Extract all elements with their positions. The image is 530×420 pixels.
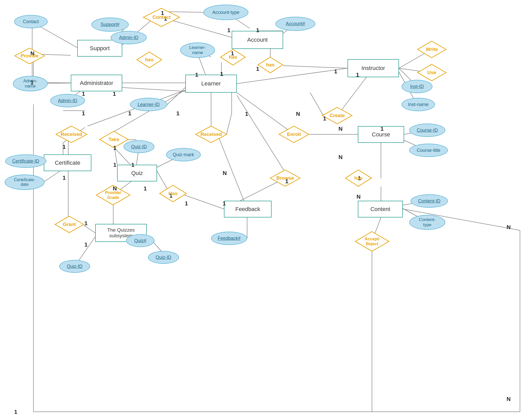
card-2: 1 [227,27,230,34]
card-5: 1 [256,66,259,72]
card-3: 1 [256,27,259,34]
attr-contact-topleft: Contact [14,15,48,28]
rel-received1: Received [55,126,88,143]
card-6: 1 [220,71,223,77]
svg-line-56 [310,93,323,115]
er-diagram: Account Support Administrator Learner In… [0,0,530,420]
svg-line-12 [283,66,347,68]
attr-feedback-num: Feedback# [211,232,247,245]
card-23: 1 [185,200,188,207]
card-25: 1 [63,144,66,150]
svg-line-24 [237,68,347,84]
attr-certificate-id: Certificate-ID [5,154,46,168]
attr-admin-id-1: Admin-ID [111,31,147,44]
card-n9: N [507,224,511,231]
entity-quiz: Quiz [117,165,157,181]
entity-learner: Learner [185,75,237,93]
card-n7: N [223,170,227,177]
card-17: 1 [380,126,384,132]
card-9: 1 [30,79,33,86]
rel-grant: Grant [55,216,84,233]
card-7: 1 [195,72,198,78]
attr-quiz-id-2: Quiz-ID [148,251,179,264]
rel-has-feedback: Has [159,185,187,202]
card-n4: N [338,154,343,161]
card-18: 1 [113,145,116,151]
attr-certificate-date: Certeficate- date [5,174,45,190]
entity-feedback: Feedback [224,201,272,217]
card-30: 1 [356,72,359,78]
card-20: 1 [131,162,134,168]
attr-inst-id: Inst-ID [402,80,432,93]
rel-enroll: Enroll [279,126,309,143]
rel-use: Use [417,64,447,81]
svg-line-13 [199,57,206,76]
card-10: 1 [82,91,85,97]
rel-has2: has [257,57,283,73]
card-13: 1 [128,110,131,117]
card-32: 1 [323,115,326,122]
attr-learner-name: Learner- name [180,42,215,58]
card-n2: N [296,111,300,117]
entity-certificate: Certificate [44,154,91,171]
card-n5: N [357,194,361,200]
card-29: 1 [334,68,337,75]
card-n8: N [507,396,511,402]
card-26: 1 [63,174,66,181]
attr-support-num: Support# [91,18,129,32]
entity-instructor: Instructor [347,59,399,77]
attr-admin-id-2: Admin-ID [50,94,85,107]
svg-line-16 [167,87,185,104]
card-19: 1 [113,162,116,168]
attr-quiz-id-3: Quiz-ID [59,260,90,273]
entity-content: Content [358,201,403,217]
attr-course-title: Course-title [409,144,448,157]
card-27: 1 [84,220,88,227]
entity-support: Support [77,40,122,57]
attr-learner-id: Learner-ID [130,98,167,111]
svg-line-66 [237,95,285,172]
card-15: 1 [245,111,248,117]
svg-line-44 [218,134,247,209]
rel-provide: Provide [14,48,45,64]
rel-received2: Received [195,126,227,143]
rel-accept-reject: Accept/Reject [355,231,389,252]
attr-quiz-num: Quiz# [126,234,154,247]
rel-create: Create [322,107,353,124]
card-24: 1 [223,200,226,207]
card-11: 1 [113,91,116,97]
rel-has-course: has [345,169,372,187]
attr-content-type: Content- type [409,215,445,230]
rel-write: Write [417,41,447,58]
card-28: 1 [84,241,88,248]
attr-account-type: Account-type [203,5,248,20]
card-n3: N [338,126,343,132]
card-21: 1 [144,185,147,192]
card-12: 1 [82,110,85,117]
attr-content-id: Content-ID [411,194,448,208]
attr-inst-name: Inst-name [402,98,435,111]
svg-line-42 [227,113,232,134]
attr-course-id: Course-ID [409,124,445,137]
attr-account-num: Account# [275,17,315,31]
rel-has-support: has [136,51,162,68]
card-31: 1 [14,409,17,415]
entity-administrator: Administrator [71,75,122,91]
attr-quiz-mark: Quiz-mark [166,148,201,161]
svg-line-23 [122,87,185,91]
card-14: 1 [176,110,179,117]
